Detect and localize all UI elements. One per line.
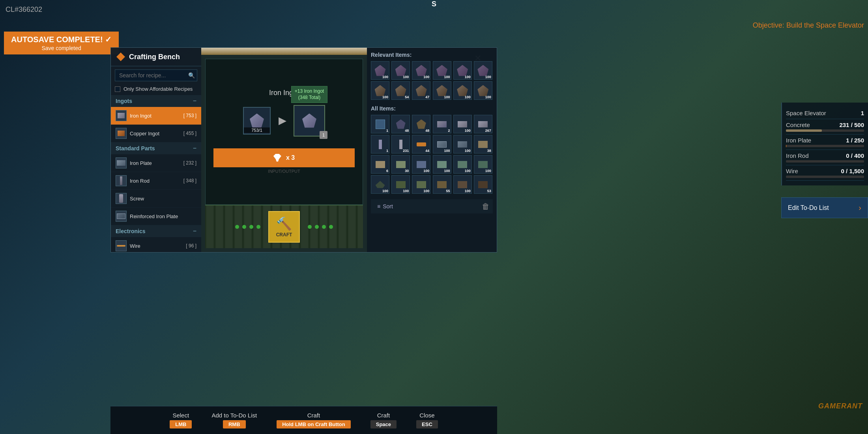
item-count: 100 (444, 75, 450, 79)
se-ironrod-name: Iron Rod (786, 152, 809, 159)
item-cell[interactable]: 1 (371, 115, 389, 133)
item-cell[interactable]: 30 (391, 155, 410, 174)
search-box[interactable]: 🔍 (115, 69, 197, 81)
item-cell[interactable]: 231 (391, 135, 410, 153)
item-cell[interactable]: 100 (453, 61, 472, 80)
space-elevator-header-row: Space Elevator 1 (786, 107, 864, 119)
iron-plate-icon (116, 157, 127, 168)
item-icon (375, 85, 386, 96)
craft-button[interactable]: x 3 (213, 148, 355, 167)
output-tooltip: +13 Iron Ingot (348 Total) (291, 86, 327, 103)
recipe-iron-rod[interactable]: Iron Rod [ 348 ] (111, 172, 201, 190)
autosave-text: AUTOSAVE COMPLETE! ✓ (11, 35, 112, 44)
iron-rod-name: Iron Rod (130, 178, 183, 184)
recipe-reinforced-iron-plate[interactable]: Reinforced Iron Plate (111, 208, 201, 225)
item-cell[interactable]: 54 (391, 81, 410, 100)
se-ironplate-progress: 1 / 250 (846, 137, 864, 144)
item-count: 100 (382, 189, 388, 193)
recipe-wire[interactable]: Wire [ 96 ] (111, 237, 201, 252)
copper-ingot-count: [ 455 ] (183, 131, 196, 136)
category-electronics[interactable]: Electronics − (111, 225, 201, 237)
item-cell[interactable]: 100 (474, 155, 492, 174)
craft-machine-button[interactable]: 🔨 CRAFT (268, 211, 300, 243)
item-cell[interactable]: 100 (453, 155, 472, 174)
item-cell[interactable]: 100 (371, 61, 389, 80)
item-count: 100 (485, 169, 491, 173)
action-close-key: ESC (416, 420, 438, 428)
item-cell[interactable]: 48 (412, 115, 430, 133)
item-cell[interactable]: 100 (412, 61, 430, 80)
item-cell[interactable]: 2 (433, 115, 451, 133)
recipe-copper-ingot[interactable]: Copper Ingot [ 455 ] (111, 125, 201, 142)
item-count: 100 (465, 129, 471, 133)
sort-button[interactable]: ≡ Sort (374, 202, 396, 211)
recipe-input-row: 753/1 ▶ +13 Iron Ingot (348 Total) 1 (243, 105, 325, 137)
recipe-iron-ingot[interactable]: Iron Ingot [ 753 ] (111, 107, 201, 125)
conveyor-dot (256, 225, 260, 229)
item-cell[interactable]: 53 (474, 175, 492, 194)
screw-icon (116, 193, 127, 204)
category-electronics-label: Electronics (116, 228, 145, 234)
item-cell[interactable]: 47 (412, 81, 430, 100)
objective-panel: Objective: Build the Space Elevator (753, 21, 864, 30)
affordable-checkbox[interactable] (115, 86, 120, 92)
item-cell[interactable]: 100 (474, 81, 492, 100)
item-count: 100 (423, 169, 429, 173)
item-count: 38 (487, 149, 491, 153)
craft-button-area[interactable]: x 3 (213, 144, 355, 167)
item-cell[interactable]: 55 (433, 175, 451, 194)
se-concrete-name: Concrete (786, 122, 810, 128)
recipe-iron-plate[interactable]: Iron Plate [ 232 ] (111, 154, 201, 172)
delete-button[interactable]: 🗑 (482, 202, 490, 211)
affordable-row[interactable]: Only Show Affordable Recipes (111, 84, 201, 95)
item-cell[interactable]: 100 (391, 61, 410, 80)
item-cell[interactable]: 100 (433, 135, 451, 153)
iron-rod-count: [ 348 ] (183, 178, 196, 183)
item-count: 100 (403, 189, 409, 193)
item-cell[interactable]: 100 (433, 81, 451, 100)
item-cell[interactable]: 1 (371, 135, 389, 153)
se-ironrod-progress: 0 / 400 (846, 152, 864, 159)
item-cell[interactable]: 100 (433, 61, 451, 80)
item-cell[interactable]: 100 (433, 155, 451, 174)
item-cell[interactable]: 44 (412, 135, 430, 153)
item-count: 44 (425, 149, 429, 153)
item-cell[interactable]: 100 (371, 81, 389, 100)
recipe-screw[interactable]: Screw (111, 190, 201, 208)
search-input[interactable] (119, 72, 188, 79)
iron-ingot-count: [ 753 ] (183, 113, 196, 118)
item-cell[interactable]: 100 (453, 135, 472, 153)
reinforced-iron-plate-icon (116, 211, 127, 222)
item-count: 100 (382, 95, 388, 99)
item-cell[interactable]: 100 (453, 175, 472, 194)
conveyor-dot (322, 225, 326, 229)
iron-plate-name: Iron Plate (130, 160, 183, 166)
item-cell[interactable]: 100 (391, 175, 410, 194)
sort-label: Sort (383, 203, 393, 210)
item-cell[interactable]: 100 (371, 175, 389, 194)
item-cell[interactable]: 267 (474, 115, 492, 133)
item-icon (417, 142, 426, 146)
action-craft-space: Craft Space (370, 412, 397, 428)
item-cell[interactable]: 48 (391, 115, 410, 133)
item-cell[interactable]: 100 (453, 81, 472, 100)
item-cell[interactable]: 6 (371, 155, 389, 174)
item-icon (437, 181, 447, 188)
category-standard-parts[interactable]: Standard Parts − (111, 142, 201, 154)
item-count: 6 (386, 169, 388, 173)
category-electronics-toggle: − (193, 228, 196, 235)
item-icon (437, 121, 447, 127)
item-cell[interactable]: 100 (412, 175, 430, 194)
item-count: 53 (487, 189, 491, 193)
edit-todo-button[interactable]: Edit To-Do List › (781, 197, 868, 218)
item-cell[interactable]: 100 (412, 155, 430, 174)
item-cell[interactable]: 100 (474, 61, 492, 80)
item-cell[interactable]: 38 (474, 135, 492, 153)
category-ingots[interactable]: Ingots − (111, 95, 201, 107)
item-count: 100 (403, 75, 409, 79)
machine-bg: 🔨 CRAFT (205, 206, 363, 248)
item-cell[interactable]: 100 (453, 115, 472, 133)
cl-number: CL#366202 (6, 6, 42, 14)
item-icon (416, 65, 427, 76)
item-icon (436, 65, 447, 76)
